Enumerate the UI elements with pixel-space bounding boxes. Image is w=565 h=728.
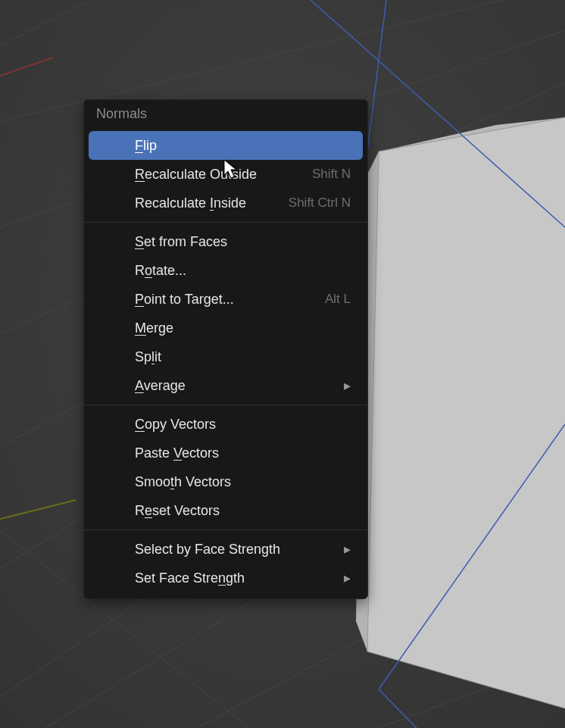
menu-item-label: Set Face Strength [101,570,245,586]
menu-item-copy-vectors[interactable]: Copy Vectors [89,410,363,439]
menu-item-label: Set from Faces [101,234,227,250]
svg-marker-12 [367,117,565,708]
menu-item-label: Recalculate Outside [101,167,257,183]
menu-item-label: Recalculate Inside [101,195,246,211]
menu-item-label: Rotate... [101,263,186,279]
submenu-caret-icon: ▸ [344,377,351,394]
menu-item-flip[interactable]: Flip [89,131,363,160]
menu-item-label: Reset Vectors [101,503,220,519]
submenu-caret-icon: ▸ [344,541,351,558]
menu-item-rotate[interactable]: Rotate... [89,256,363,285]
menu-item-shortcut: Alt L [325,292,351,307]
menu-item-average[interactable]: Average▸ [89,371,363,400]
menu-item-label: Paste Vectors [101,445,219,461]
menu-title: Normals [84,103,367,128]
menu-item-label: Point to Target... [101,292,234,308]
menu-separator [84,222,367,223]
menu-item-point-to-target[interactable]: Point to Target...Alt L [89,285,363,314]
menu-item-label: Flip [101,138,157,154]
menu-item-label: Merge [101,320,173,336]
menu-item-label: Smooth Vectors [101,474,231,490]
menu-item-set-face-strength[interactable]: Set Face Strength▸ [89,564,363,592]
menu-item-merge[interactable]: Merge [89,314,363,342]
menu-separator [84,530,367,530]
menu-item-label: Copy Vectors [101,417,216,433]
menu-item-select-by-face-strength[interactable]: Select by Face Strength▸ [89,535,363,564]
normals-context-menu[interactable]: Normals FlipRecalculate OutsideShift NRe… [83,99,368,599]
menu-item-recalc-inside[interactable]: Recalculate InsideShift Ctrl N [89,189,363,217]
submenu-caret-icon: ▸ [344,570,351,586]
menu-item-label: Select by Face Strength [101,542,280,558]
menu-item-set-from-faces[interactable]: Set from Faces [89,227,363,256]
menu-separator [84,405,367,405]
menu-item-reset-vectors[interactable]: Reset Vectors [89,496,363,525]
menu-item-shortcut: Shift N [312,167,351,182]
menu-item-shortcut: Shift Ctrl N [289,195,351,211]
menu-item-split[interactable]: Split [89,342,363,371]
menu-item-paste-vectors[interactable]: Paste Vectors [89,439,363,467]
menu-item-label: Split [101,349,161,365]
menu-item-recalc-outside[interactable]: Recalculate OutsideShift N [89,160,363,189]
menu-item-smooth-vectors[interactable]: Smooth Vectors [89,467,363,496]
menu-item-label: Average [101,378,186,394]
